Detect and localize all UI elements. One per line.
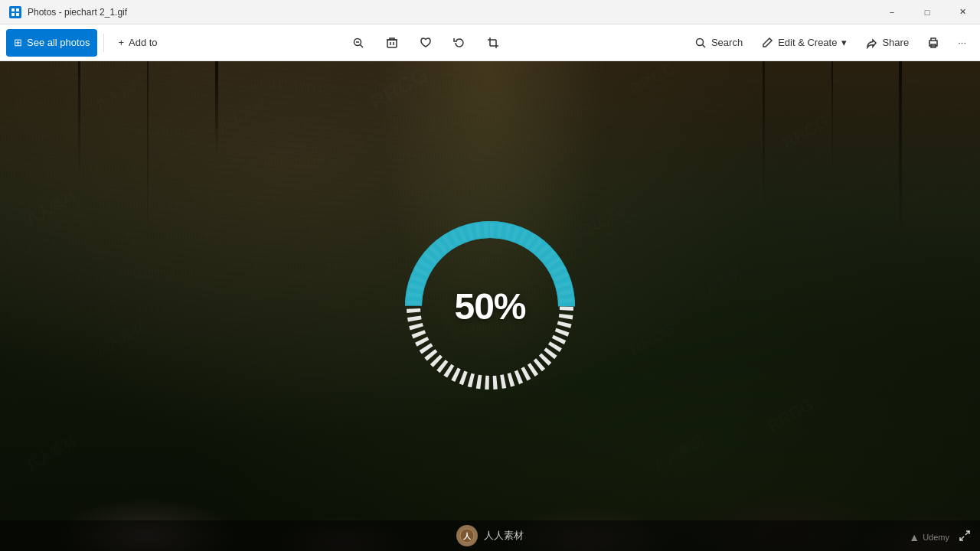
svg-rect-1 xyxy=(16,8,19,11)
window-title: Photos - piechart 2_1.gif xyxy=(28,7,127,18)
toolbar-center xyxy=(168,29,684,57)
udemy-icon: ▲ xyxy=(909,531,920,543)
share-label: Share xyxy=(882,37,909,48)
svg-rect-3 xyxy=(16,13,19,16)
toolbar-left: ⊞ See all photos + Add to xyxy=(6,29,165,57)
bottom-logo: 人 人人素材 xyxy=(456,525,524,546)
title-bar: Photos - piechart 2_1.gif − □ ✕ xyxy=(0,0,980,24)
title-bar-controls: − □ ✕ xyxy=(874,0,980,24)
favorite-button[interactable] xyxy=(412,29,439,57)
svg-line-5 xyxy=(361,44,364,47)
udemy-label: Udemy xyxy=(923,533,949,542)
logo-svg: 人 xyxy=(459,528,475,543)
svg-text:人: 人 xyxy=(462,532,472,540)
crop-button[interactable] xyxy=(479,29,507,57)
toolbar-right: Search Edit & Create ▾ Share ··· xyxy=(687,29,974,57)
delete-button[interactable] xyxy=(378,29,406,57)
rotate-button[interactable] xyxy=(446,29,473,57)
see-all-photos-button[interactable]: ⊞ See all photos xyxy=(6,29,97,57)
udemy-badge: ▲ Udemy xyxy=(909,531,949,543)
main-image-area: RRCG RRCG RRCG RRCG RRCG RRCG 八人素材 八人素材 … xyxy=(0,61,980,551)
edit-create-button[interactable]: Edit & Create ▾ xyxy=(753,29,854,57)
expand-button[interactable] xyxy=(956,527,974,545)
edit-create-label: Edit & Create xyxy=(778,37,837,48)
close-button[interactable]: ✕ xyxy=(945,0,980,24)
svg-rect-2 xyxy=(11,13,15,16)
search-label: Search xyxy=(711,37,743,48)
logo-text: 人人素材 xyxy=(484,529,524,543)
share-button[interactable]: Share xyxy=(858,29,916,57)
chart-percentage: 50% xyxy=(454,285,525,328)
plus-icon: + xyxy=(118,37,124,48)
search-button[interactable]: Search xyxy=(687,29,750,57)
toolbar: ⊞ See all photos + Add to Search xyxy=(0,24,980,61)
more-label: ··· xyxy=(958,37,966,48)
print-button[interactable] xyxy=(920,29,947,57)
toolbar-separator xyxy=(103,34,104,52)
minimize-button[interactable]: − xyxy=(874,0,910,24)
add-to-button[interactable]: + Add to xyxy=(110,29,165,57)
logo-circle-icon: 人 xyxy=(456,525,478,546)
title-bar-left: Photos - piechart 2_1.gif xyxy=(9,6,127,18)
svg-rect-7 xyxy=(387,40,397,47)
grid-icon: ⊞ xyxy=(14,37,22,48)
maximize-button[interactable]: □ xyxy=(910,0,945,24)
edit-create-chevron: ▾ xyxy=(841,37,847,48)
svg-point-15 xyxy=(696,38,703,45)
app-icon xyxy=(9,6,21,18)
bottom-bar: 人 人人素材 ▲ Udemy xyxy=(0,520,980,551)
zoom-button[interactable] xyxy=(345,29,372,57)
more-button[interactable]: ··· xyxy=(950,29,974,57)
add-to-label: Add to xyxy=(129,37,158,48)
chart-container: 50% xyxy=(398,214,582,398)
see-all-photos-label: See all photos xyxy=(27,37,90,48)
svg-rect-0 xyxy=(11,8,15,11)
svg-line-16 xyxy=(702,44,705,47)
